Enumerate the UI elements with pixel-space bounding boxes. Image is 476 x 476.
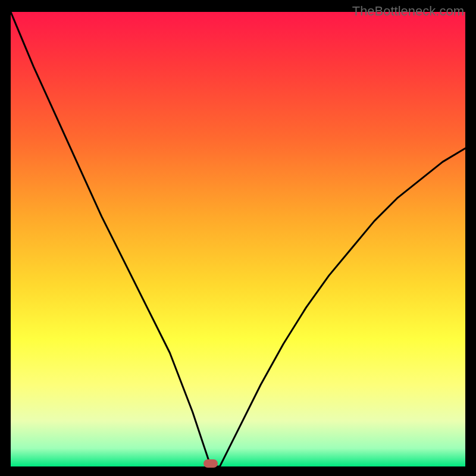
curve-svg <box>11 12 465 466</box>
bottleneck-curve-path <box>11 12 465 466</box>
optimal-point-marker <box>203 459 218 468</box>
chart-plot-area <box>11 12 465 466</box>
watermark-text: TheBottleneck.com <box>352 4 464 19</box>
